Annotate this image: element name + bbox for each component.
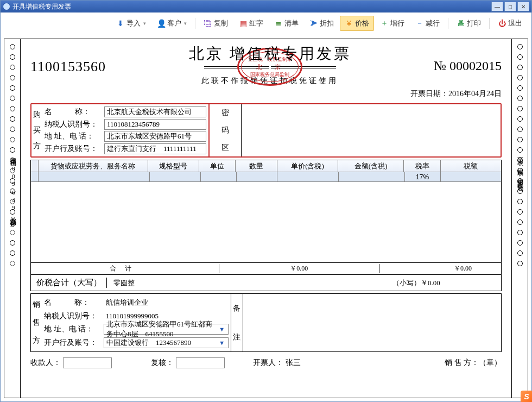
item-row-1[interactable]: 17% [31, 172, 501, 182]
invoice-header: 1100153560 全国统一发票监制章 北 京 国家税务总局监制 北京 增值税… [30, 43, 502, 86]
copy-button[interactable]: ⿻复制 [199, 16, 233, 31]
total-row: 价税合计（大写） 零圆整 （小写）￥0.00 [30, 275, 502, 291]
buyer-taxid-label: 纳税人识别号： [45, 120, 104, 129]
buyer-label: 购买方 [31, 104, 42, 156]
drawer-label: 开票人： [253, 358, 283, 368]
invoice-sheet: 国税函〔2009〕649号北京印钞厂 第一联：记账联 销售方记账凭证 11001… [4, 39, 528, 398]
invoice-date: 开票日期：2016年04月24日 [30, 89, 502, 99]
total-cn: 零圆整 [107, 278, 392, 288]
buyer-section: 购买方 名 称：北京航天金税技术有限公司 纳税人识别号：110108123456… [30, 103, 502, 158]
side-note-left: 国税函〔2009〕649号北京印钞厂 [8, 153, 17, 218]
exit-icon: ⏻ [498, 19, 506, 28]
import-button[interactable]: ⬇导入▾ [111, 16, 151, 31]
password-area [241, 104, 501, 156]
seller-addr-combo[interactable]: 北京市东城区安德路甲61号红都商务中心8层 64155500▼ [104, 324, 229, 335]
items-table: 货物或应税劳务、服务名称 规格型号 单位 数量 单价(含税) 金额(含税) 税率… [30, 160, 502, 275]
remark-area[interactable] [243, 294, 501, 351]
seller-bank-combo[interactable]: 中国建设银行 1234567890▼ [104, 337, 229, 348]
discount-icon: ⮞ [309, 19, 318, 28]
drawer-name: 张三 [286, 358, 301, 368]
row1-rate-cell[interactable]: 17% [405, 172, 441, 181]
payee-input[interactable] [63, 357, 112, 368]
side-note-right: 第一联：记账联 销售方记账凭证 [515, 153, 524, 181]
close-button[interactable]: ✕ [517, 2, 529, 11]
print-button[interactable]: 🖶打印 [452, 16, 486, 31]
seller-addr-label: 地 址、电 话： [44, 324, 104, 334]
col-unit: 单位 [199, 160, 236, 172]
app-window: 开具增值税专用发票 — □ ✕ ⬇导入▾ 👤客户▾ ⿻复制 ▦红字 ≣清单 ⮞折… [0, 0, 532, 402]
list-button[interactable]: ≣清单 [269, 16, 303, 31]
customer-button[interactable]: 👤客户▾ [152, 16, 192, 31]
chevron-down-icon: ▼ [218, 339, 226, 347]
remark-label: 备注 [231, 294, 243, 351]
sum-row: 合计 ￥0.00 ￥0.00 [31, 262, 501, 274]
exit-button[interactable]: ⏻退出 [493, 16, 527, 31]
buyer-bank-input[interactable]: 建行东直门支行 1111111111 [104, 143, 206, 154]
addrow-button[interactable]: ＋增行 [375, 16, 409, 31]
chevron-down-icon: ▼ [218, 325, 226, 333]
print-icon: 🖶 [457, 19, 465, 28]
list-icon: ≣ [274, 19, 283, 28]
reviewer-input[interactable] [176, 357, 225, 368]
red-button[interactable]: ▦红字 [234, 16, 268, 31]
invoice-code: 1100153560 [30, 43, 106, 75]
total-small: （小写）￥0.00 [392, 278, 501, 288]
copy-icon: ⿻ [204, 19, 212, 28]
seller-section: 销售方 名 称：航信培训企业 纳税人识别号：110101999999005 地 … [30, 293, 502, 352]
col-spec: 规格型号 [148, 160, 199, 172]
seller-name: 航信培训企业 [104, 297, 229, 308]
red-icon: ▦ [239, 19, 248, 28]
payee-label: 收款人： [30, 358, 61, 368]
addrow-icon: ＋ [380, 19, 389, 28]
col-rate: 税率 [404, 160, 441, 172]
delrow-button[interactable]: －减行 [410, 16, 445, 31]
buyer-name-input[interactable]: 北京航天金税技术有限公司 [104, 106, 206, 117]
invoice-number: № 00002015 [434, 43, 502, 73]
sum-tax: ￥0.00 [425, 264, 501, 273]
col-name: 货物或应税劳务、服务名称 [39, 160, 148, 172]
row-selector-header [31, 160, 39, 172]
ime-indicator-icon[interactable]: S [521, 391, 532, 402]
footer-row: 收款人： 复核： 开票人：张三 销 售 方：（章） [30, 357, 502, 368]
seller-taxid-label: 纳税人识别号： [44, 311, 104, 321]
col-amount: 金额(含税) [338, 160, 404, 172]
password-area-label: 密码区 [208, 104, 241, 156]
sum-amount: ￥0.00 [219, 264, 379, 273]
price-button[interactable]: ¥价格 [340, 16, 374, 31]
window-title: 开具增值税专用发票 [12, 2, 71, 11]
buyer-bank-label: 开户行及账号： [45, 144, 104, 154]
buyer-taxid-input[interactable]: 110108123456789 [104, 119, 206, 130]
customer-icon: 👤 [157, 19, 166, 28]
invoice-title: 北京 增值税专用发票 [189, 43, 351, 64]
import-icon: ⬇ [116, 19, 125, 28]
seller-bank-label: 开户行及账号： [44, 338, 104, 348]
buyer-name-label: 名 称： [45, 107, 104, 117]
app-icon [3, 3, 10, 10]
discount-button[interactable]: ⮞折扣 [305, 16, 339, 31]
toolbar: ⬇导入▾ 👤客户▾ ⿻复制 ▦红字 ≣清单 ⮞折扣 ¥价格 ＋增行 －减行 🖶打… [1, 12, 531, 34]
dropdown-icon: ▾ [184, 21, 187, 26]
reviewer-label: 复核： [151, 358, 174, 368]
delrow-icon: － [415, 19, 424, 28]
col-tax: 税额 [441, 160, 501, 172]
seller-stamp-label: 销 售 方：（章） [445, 358, 502, 368]
invoice-subtitle: 此联不作报销凭证扣税凭证使用 [106, 76, 434, 86]
price-icon: ¥ [345, 19, 353, 28]
buyer-addr-input[interactable]: 北京市东城区安德路甲61号 [104, 131, 206, 142]
col-qty: 数量 [236, 160, 277, 172]
maximize-button[interactable]: □ [504, 2, 516, 11]
seller-label: 销售方 [31, 294, 42, 351]
items-body[interactable] [31, 182, 501, 262]
minimize-button[interactable]: — [491, 2, 503, 11]
col-price: 单价(含税) [277, 160, 338, 172]
perforation-left [4, 39, 21, 398]
dropdown-icon: ▾ [143, 21, 146, 26]
titlebar: 开具增值税专用发票 — □ ✕ [1, 1, 531, 12]
seller-name-label: 名 称： [44, 298, 104, 307]
perforation-right [511, 39, 528, 398]
buyer-addr-label: 地 址、电 话： [45, 131, 104, 141]
